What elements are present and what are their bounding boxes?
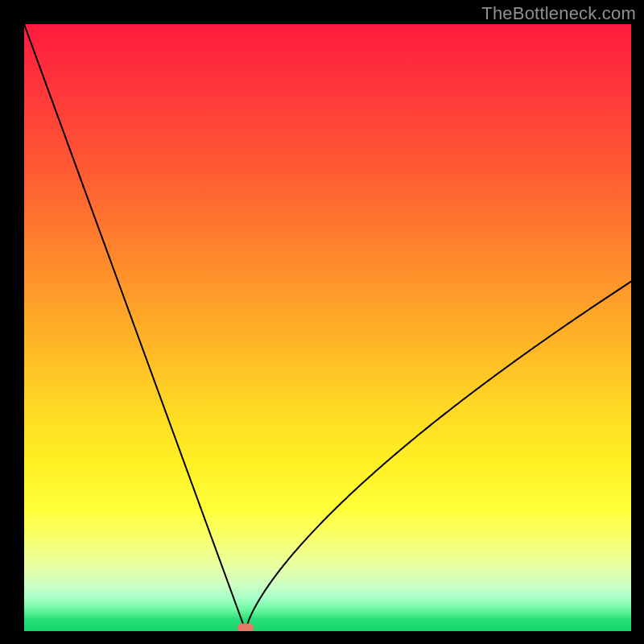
plot-area — [24, 24, 631, 631]
watermark-label: TheBottleneck.com — [481, 3, 636, 24]
optimal-point-marker — [237, 624, 254, 632]
chart-frame: TheBottleneck.com — [0, 0, 644, 644]
bottleneck-curve — [24, 24, 631, 631]
